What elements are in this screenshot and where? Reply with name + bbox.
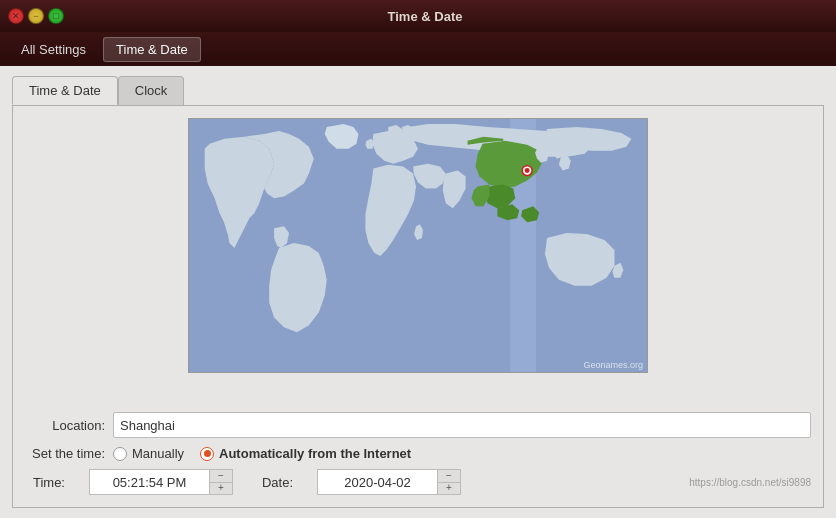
window-controls: ✕ − □ (8, 8, 64, 24)
maximize-icon: □ (53, 11, 58, 21)
window-title: Time & Date (72, 9, 778, 24)
location-row: Location: (25, 412, 811, 438)
location-input[interactable] (113, 412, 811, 438)
tab-clock[interactable]: Clock (118, 76, 185, 105)
close-icon: ✕ (12, 11, 20, 21)
time-stepper: − + (209, 469, 233, 495)
map-container: Geonames.org (25, 118, 811, 402)
time-plus-button[interactable]: + (210, 483, 232, 495)
date-label: Date: (253, 475, 293, 490)
date-minus-button[interactable]: − (438, 470, 460, 483)
minimize-button[interactable]: − (28, 8, 44, 24)
controls-section: Location: Set the time: Manually Automat… (25, 412, 811, 495)
date-control: − + (317, 469, 461, 495)
time-input[interactable] (89, 469, 209, 495)
tab-panel: Geonames.org Location: Set the time: Man… (12, 105, 824, 508)
time-minus-button[interactable]: − (210, 470, 232, 483)
radio-auto-label: Automatically from the Internet (219, 446, 411, 461)
time-control: − + (89, 469, 233, 495)
menubar: All Settings Time & Date (0, 32, 836, 66)
set-time-row: Set the time: Manually Automatically fro… (25, 446, 811, 461)
radio-group: Manually Automatically from the Internet (113, 446, 411, 461)
map-svg (189, 119, 647, 372)
titlebar: ✕ − □ Time & Date (0, 0, 836, 32)
tab-bar: Time & Date Clock (12, 76, 824, 105)
watermark: https://blog.csdn.net/si9898 (689, 477, 811, 488)
svg-point-3 (525, 168, 530, 173)
date-stepper: − + (437, 469, 461, 495)
radio-manually-label: Manually (132, 446, 184, 461)
close-button[interactable]: ✕ (8, 8, 24, 24)
all-settings-button[interactable]: All Settings (8, 37, 99, 62)
radio-manually-circle (113, 447, 127, 461)
date-plus-button[interactable]: + (438, 483, 460, 495)
set-time-label: Set the time: (25, 446, 105, 461)
maximize-button[interactable]: □ (48, 8, 64, 24)
map-credit: Geonames.org (583, 360, 643, 370)
date-input[interactable] (317, 469, 437, 495)
world-map[interactable]: Geonames.org (188, 118, 648, 373)
radio-auto[interactable]: Automatically from the Internet (200, 446, 411, 461)
time-date-row: Time: − + Date: − + https://blog (25, 469, 811, 495)
main-content: Time & Date Clock (0, 66, 836, 518)
location-label: Location: (25, 418, 105, 433)
radio-auto-circle (200, 447, 214, 461)
time-label: Time: (25, 475, 65, 490)
tab-time-date[interactable]: Time & Date (12, 76, 118, 105)
time-date-menu-button[interactable]: Time & Date (103, 37, 201, 62)
radio-manually[interactable]: Manually (113, 446, 184, 461)
minimize-icon: − (33, 11, 38, 21)
